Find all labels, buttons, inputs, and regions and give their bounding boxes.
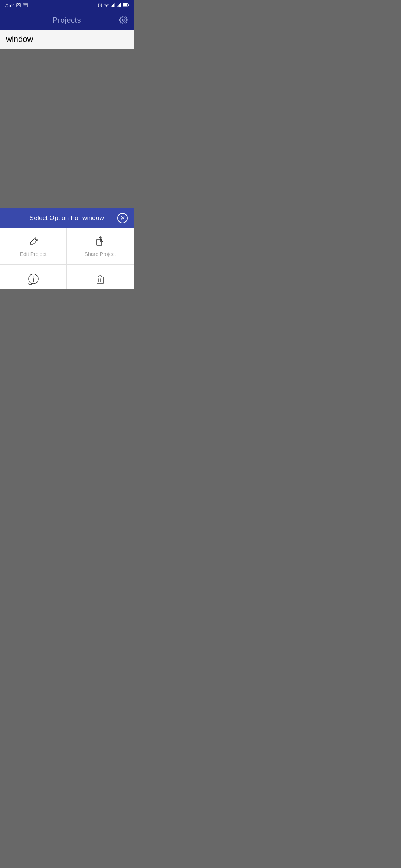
- svg-rect-9: [112, 5, 113, 8]
- project-title: window: [6, 34, 33, 44]
- status-time: 7:52: [4, 3, 14, 8]
- delete-project-label: Delete Project: [84, 289, 117, 289]
- svg-rect-14: [119, 4, 120, 7]
- svg-rect-10: [113, 4, 114, 7]
- content-area: [0, 49, 134, 208]
- edit-project-button[interactable]: Edit Project: [0, 228, 67, 265]
- svg-point-1: [18, 5, 19, 6]
- svg-point-24: [33, 277, 33, 277]
- options-grid: Edit Project Share Project Project Detai…: [0, 228, 134, 289]
- project-header: window: [0, 30, 134, 49]
- svg-rect-8: [111, 6, 112, 7]
- project-detail-label: Project Detail: [18, 289, 49, 289]
- svg-rect-17: [128, 4, 129, 6]
- battery-icon: [123, 3, 129, 7]
- share-icon: [94, 235, 107, 248]
- status-bar: 7:52: [0, 0, 134, 10]
- svg-rect-2: [23, 3, 27, 7]
- photo-icon: [16, 3, 21, 7]
- status-icons-left: [16, 3, 28, 7]
- delete-icon: [94, 272, 107, 286]
- bottom-sheet-header: Select Option For window ✕: [0, 208, 134, 228]
- svg-line-7: [100, 6, 101, 6]
- alarm-icon: [98, 3, 102, 8]
- status-right: [98, 3, 129, 8]
- svg-rect-15: [120, 3, 121, 7]
- edit-project-label: Edit Project: [20, 251, 47, 257]
- svg-rect-0: [16, 4, 21, 7]
- close-button[interactable]: ✕: [117, 213, 128, 223]
- info-icon: [27, 272, 40, 286]
- share-project-button[interactable]: Share Project: [67, 228, 134, 265]
- svg-rect-12: [117, 6, 118, 7]
- close-icon: ✕: [120, 215, 125, 221]
- svg-rect-13: [118, 5, 119, 8]
- svg-rect-18: [123, 4, 127, 7]
- settings-button[interactable]: [119, 16, 128, 24]
- app-bar-title: Projects: [53, 16, 81, 24]
- signal2-icon: [117, 3, 121, 7]
- app-bar: Projects: [0, 10, 134, 30]
- wifi-icon: [104, 3, 109, 7]
- svg-line-20: [30, 242, 31, 244]
- svg-rect-11: [114, 3, 115, 7]
- bottom-sheet-title: Select Option For window: [30, 214, 104, 222]
- signal1-icon: [111, 3, 115, 7]
- edit-icon: [27, 235, 40, 248]
- share-project-label: Share Project: [85, 251, 116, 257]
- delete-project-button[interactable]: Delete Project: [67, 265, 134, 289]
- gear-icon: [119, 16, 128, 24]
- subtitles-icon: [23, 3, 28, 7]
- status-left: 7:52: [4, 3, 28, 8]
- project-detail-button[interactable]: Project Detail: [0, 265, 67, 289]
